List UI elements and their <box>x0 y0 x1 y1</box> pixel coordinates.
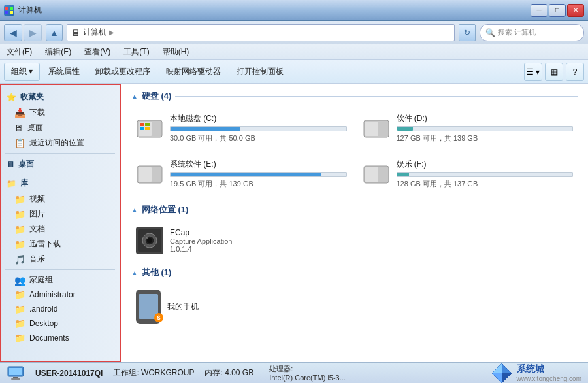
menu-edit[interactable]: 编辑(E) <box>42 45 74 59</box>
drive-f-size: 128 GB 可用，共 137 GB <box>397 179 574 189</box>
library-header: 📁 库 <box>0 175 120 192</box>
back-button[interactable]: ◀ <box>4 24 22 41</box>
music-icon: 🎵 <box>14 254 25 265</box>
organize-button[interactable]: 组织 ▾ <box>4 63 40 81</box>
uninstall-button[interactable]: 卸载或更改程序 <box>88 63 157 81</box>
drive-e-bar-container <box>170 172 347 177</box>
sidebar-item-recent[interactable]: 📋 最近访问的位置 <box>0 135 120 150</box>
view-toggle-button[interactable]: ☰ ▾ <box>524 63 542 81</box>
search-icon: 🔍 <box>485 28 495 37</box>
desktop-header: 🖥 桌面 <box>0 156 120 173</box>
svg-rect-0 <box>5 7 8 10</box>
sidebar-item-videos[interactable]: 📁 视频 <box>0 192 120 207</box>
system-props-button[interactable]: 系统属性 <box>41 63 87 81</box>
view-list-button[interactable]: ▦ <box>545 63 563 81</box>
sidebar-item-downloads[interactable]: 📥 下载 <box>0 105 120 120</box>
sidebar-item-desktop[interactable]: 🖥 桌面 <box>0 120 120 135</box>
menu-file[interactable]: 文件(F) <box>4 45 35 59</box>
svg-marker-26 <box>502 363 512 373</box>
drive-f[interactable]: 娱乐 (F:) 128 GB 可用，共 137 GB <box>358 154 578 193</box>
harddisk-section-line <box>175 96 578 97</box>
drive-c-name: 本地磁盘 (C:) <box>170 113 347 124</box>
window-icon <box>4 5 14 16</box>
drive-d-size: 127 GB 可用，共 139 GB <box>397 133 574 143</box>
other-section-header: ▲ 其他 (1) <box>131 267 578 278</box>
drive-f-bar <box>397 173 410 176</box>
main-area: ⭐ 收藏夹 📥 下载 🖥 桌面 📋 最近访问的位置 🖥 桌面 <box>0 84 588 362</box>
phone-item[interactable]: $ 我的手机 <box>131 285 578 328</box>
xunlei-label: 迅雷下载 <box>29 239 61 250</box>
close-button[interactable]: ✕ <box>567 4 584 17</box>
svg-rect-8 <box>140 127 144 130</box>
address-bar: ◀ ▶ ▲ 🖥 计算机 ▶ ↻ 🔍 搜索 计算机 <box>0 21 588 44</box>
drive-d[interactable]: 软件 (D:) 127 GB 可用，共 139 GB <box>358 108 578 148</box>
control-panel-button[interactable]: 打开控制面板 <box>229 63 291 81</box>
sidebar-item-xunlei[interactable]: 📁 迅雷下载 <box>0 237 120 252</box>
up-button[interactable]: ▲ <box>46 24 63 41</box>
phone-icon: $ <box>136 290 161 324</box>
desktop-label: 桌面 <box>27 122 43 133</box>
map-drive-button[interactable]: 映射网络驱动器 <box>159 63 228 81</box>
computer-icon: 🖥 <box>71 27 80 38</box>
music-label: 音乐 <box>29 254 45 265</box>
network-expand-icon[interactable]: ▲ <box>131 207 138 214</box>
search-box[interactable]: 🔍 搜索 计算机 <box>480 24 584 41</box>
drive-e-icon <box>136 162 163 186</box>
refresh-button[interactable]: ↻ <box>459 24 476 41</box>
sidebar-item-homegroup[interactable]: 👥 家庭组 <box>0 273 120 288</box>
other-expand-icon[interactable]: ▲ <box>131 269 138 276</box>
help-button[interactable]: ? <box>566 63 584 81</box>
sidebar-item-desktop2[interactable]: 📁 Desktop <box>0 316 120 331</box>
menu-help[interactable]: 帮助(H) <box>160 45 192 59</box>
menu-tools[interactable]: 工具(T) <box>121 45 152 59</box>
status-info: USER-20141017QI 工作组: WORKGROUP 内存: 4.00 … <box>35 367 253 378</box>
desktop-icon: 🖥 <box>14 123 24 133</box>
drive-d-info: 软件 (D:) 127 GB 可用，共 139 GB <box>397 113 574 143</box>
desktop2-label: Desktop <box>29 319 58 328</box>
documents-icon: 📁 <box>14 224 25 235</box>
android-label: .android <box>29 305 57 314</box>
menu-bar: 文件(F) 编辑(E) 查看(V) 工具(T) 帮助(H) <box>0 44 588 60</box>
drive-f-icon <box>363 162 390 186</box>
svg-rect-2 <box>5 11 8 14</box>
ecap-item[interactable]: ECap Capture Application 1.0.1.4 <box>131 222 578 259</box>
minimize-button[interactable]: ─ <box>531 4 547 17</box>
content-area: ▲ 硬盘 (4) <box>121 84 588 362</box>
sidebar-item-administrator[interactable]: 📁 Administrator <box>0 288 120 302</box>
svg-marker-27 <box>502 373 512 383</box>
desktop-section: 🖥 桌面 <box>0 156 120 173</box>
drive-f-info: 娱乐 (F:) 128 GB 可用，共 137 GB <box>397 159 574 189</box>
forward-button[interactable]: ▶ <box>24 24 42 41</box>
sidebar-item-music[interactable]: 🎵 音乐 <box>0 252 120 267</box>
favorites-star-icon: ⭐ <box>7 93 16 102</box>
sidebar-item-android[interactable]: 📁 .android <box>0 302 120 316</box>
menu-view[interactable]: 查看(V) <box>82 45 113 59</box>
ecap-name: ECap <box>170 228 232 237</box>
drive-e[interactable]: 系统软件 (E:) 19.5 GB 可用，共 139 GB <box>131 154 351 193</box>
harddisk-expand-icon[interactable]: ▲ <box>131 93 138 100</box>
android-folder-icon: 📁 <box>14 304 25 314</box>
drive-f-name: 娱乐 (F:) <box>397 159 574 170</box>
drive-c-bar-container <box>170 126 347 131</box>
sidebar-item-documents2[interactable]: 📁 Documents <box>0 331 120 345</box>
svg-rect-11 <box>365 122 378 136</box>
drive-c-icon <box>136 116 163 140</box>
drive-c-info: 本地磁盘 (C:) 30.0 GB 可用，共 50.0 GB <box>170 113 347 143</box>
svg-rect-6 <box>140 123 144 126</box>
drive-d-name: 软件 (D:) <box>397 113 574 124</box>
svg-rect-24 <box>11 378 20 380</box>
svg-rect-22 <box>9 368 22 375</box>
sidebar-item-pictures[interactable]: 📁 图片 <box>0 207 120 222</box>
drive-c[interactable]: 本地磁盘 (C:) 30.0 GB 可用，共 50.0 GB <box>131 108 351 148</box>
sidebar-item-documents[interactable]: 📁 文档 <box>0 222 120 237</box>
status-computer-icon <box>7 365 25 381</box>
downloads-icon: 📥 <box>14 108 25 118</box>
video-icon: 📁 <box>14 194 25 205</box>
pictures-icon: 📁 <box>14 209 25 220</box>
maximize-button[interactable]: □ <box>549 4 566 17</box>
phone-info: 我的手机 <box>167 301 199 312</box>
homegroup-label: 家庭组 <box>29 275 53 286</box>
address-path[interactable]: 🖥 计算机 ▶ <box>67 24 455 41</box>
videos-label: 视频 <box>29 193 45 205</box>
drive-e-info: 系统软件 (E:) 19.5 GB 可用，共 139 GB <box>170 159 347 189</box>
